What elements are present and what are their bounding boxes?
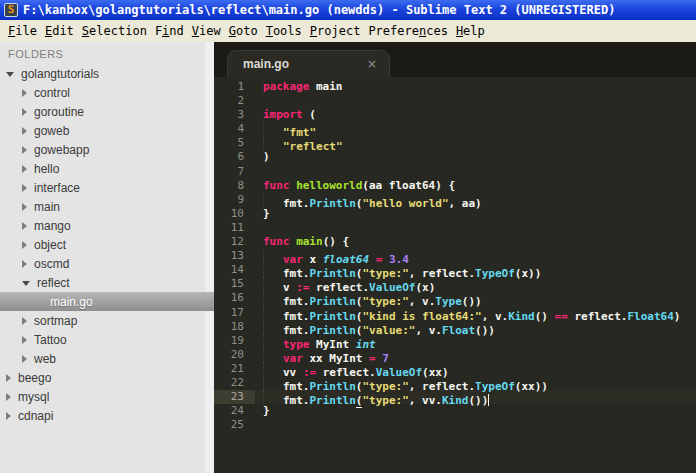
code-line-7[interactable]: 7 [214,165,696,179]
chevron-right-icon[interactable] [22,184,27,192]
chevron-right-icon[interactable] [22,203,27,211]
code-line-12[interactable]: 12func main() { [214,235,696,249]
code-line-25[interactable]: 25 [214,418,696,432]
tree-folder-oscmd[interactable]: oscmd [0,254,214,273]
code-token: Println [310,197,356,210]
indent-guide [263,193,283,207]
menu-preferences[interactable]: Preferences [364,22,452,40]
tree-folder-main[interactable]: main [0,197,214,216]
chevron-right-icon[interactable] [22,222,27,230]
menu-view[interactable]: View [188,22,225,40]
code-line-11[interactable]: 11 [214,221,696,235]
chevron-right-icon[interactable] [22,355,27,363]
code-token: () { [323,235,350,248]
chevron-right-icon[interactable] [22,108,27,116]
code-line-4[interactable]: 4"fmt" [214,122,696,136]
line-number: 12 [214,235,255,249]
tree-folder-reflect[interactable]: reflect [0,273,214,292]
code-line-13[interactable]: 13var x float64 = 3.4 [214,249,696,263]
code-token: ) [674,310,681,323]
menu-help[interactable]: Help [452,22,489,40]
chevron-right-icon[interactable] [6,374,11,382]
tree-folder-Tattoo[interactable]: Tattoo [0,330,214,349]
code-line-23[interactable]: 23fmt.Println("type:", vv.Kind()) [214,390,696,404]
menu-find[interactable]: Find [151,22,188,40]
tab-close-icon[interactable]: × [367,58,377,70]
line-number: 19 [214,334,255,348]
chevron-right-icon[interactable] [22,241,27,249]
chevron-right-icon[interactable] [22,336,27,344]
tree-file-main-go[interactable]: main.go [0,292,214,311]
chevron-right-icon[interactable] [6,412,11,420]
tree-item-label: web [34,352,56,366]
chevron-right-icon[interactable] [22,89,27,97]
code-area[interactable]: 1package main23import (4"fmt"5"reflect"6… [214,77,696,473]
chevron-right-icon[interactable] [22,260,27,268]
chevron-down-icon[interactable] [22,281,30,286]
app-body: FOLDERS golangtutorialscontrolgoroutineg… [0,42,696,473]
indent-guide [263,362,283,376]
tree-folder-web[interactable]: web [0,349,214,368]
code-line-22[interactable]: 22fmt.Println("type:", reflect.TypeOf(xx… [214,376,696,390]
code-token: (x)) [515,267,542,280]
indent-guide [263,376,283,390]
code-token: Kind [442,394,469,407]
tree-folder-sortmap[interactable]: sortmap [0,311,214,330]
tree-folder-interface[interactable]: interface [0,178,214,197]
tab-main-go[interactable]: main.go × [227,50,390,77]
code-line-2[interactable]: 2 [214,94,696,108]
code-line-8[interactable]: 8func helloworld(aa float64) { [214,179,696,193]
code-line-14[interactable]: 14fmt.Println("type:", reflect.TypeOf(x)… [214,263,696,277]
line-text [255,94,263,108]
chevron-right-icon[interactable] [6,393,11,401]
menu-goto[interactable]: Goto [225,22,262,40]
tree-item-label: beego [18,371,51,385]
tree-item-label: reflect [37,276,70,290]
tree-folder-gowebapp[interactable]: gowebapp [0,140,214,159]
tree-item-label: mysql [18,390,49,404]
tree-item-label: gowebapp [34,143,89,157]
tree-folder-mango[interactable]: mango [0,216,214,235]
menu-tools[interactable]: Tools [262,22,306,40]
tree-item-label: main [34,200,60,214]
tree-folder-hello[interactable]: hello [0,159,214,178]
code-line-20[interactable]: 20var xx MyInt = 7 [214,348,696,362]
code-token: } [263,404,270,417]
tree-folder-goroutine[interactable]: goroutine [0,102,214,121]
tree-folder-cdnapi[interactable]: cdnapi [0,406,214,425]
code-token: ()) [475,324,495,337]
menu-project[interactable]: Project [306,22,365,40]
tree-item-label: interface [34,181,80,195]
tree-item-label: goroutine [34,105,84,119]
tree-folder-golangtutorials[interactable]: golangtutorials [0,64,214,83]
chevron-right-icon[interactable] [22,317,27,325]
code-line-17[interactable]: 17fmt.Println("kind is float64:", v.Kind… [214,306,696,320]
indent-guide [263,136,283,150]
code-line-16[interactable]: 16fmt.Println("type:", v.Type()) [214,291,696,305]
code-line-21[interactable]: 21vv := reflect.ValueOf(xx) [214,362,696,376]
sidebar: FOLDERS golangtutorialscontrolgoroutineg… [0,42,214,473]
tree-folder-mysql[interactable]: mysql [0,387,214,406]
chevron-right-icon[interactable] [22,127,27,135]
line-text: fmt.Println("value:", v.Float()) [255,320,495,334]
line-text: fmt.Println("type:", v.Type()) [255,291,482,305]
tree-folder-control[interactable]: control [0,83,214,102]
menu-edit[interactable]: Edit [41,22,78,40]
code-line-1[interactable]: 1package main [214,80,696,94]
chevron-right-icon[interactable] [22,146,27,154]
chevron-right-icon[interactable] [22,165,27,173]
code-line-9[interactable]: 9fmt.Println("hello world", aa) [214,193,696,207]
menu-bar: FileEditSelectionFindViewGotoToolsProjec… [0,20,696,42]
line-number: 17 [214,306,255,320]
code-line-3[interactable]: 3import ( [214,108,696,122]
code-line-5[interactable]: 5"reflect" [214,136,696,150]
code-token: helloworld [296,179,362,192]
chevron-down-icon[interactable] [6,72,14,77]
tree-folder-goweb[interactable]: goweb [0,121,214,140]
tree-folder-object[interactable]: object [0,235,214,254]
code-token: () [535,310,555,323]
menu-selection[interactable]: Selection [78,22,151,40]
tree-folder-beego[interactable]: beego [0,368,214,387]
folders-header: FOLDERS [0,42,214,64]
menu-file[interactable]: File [4,22,41,40]
